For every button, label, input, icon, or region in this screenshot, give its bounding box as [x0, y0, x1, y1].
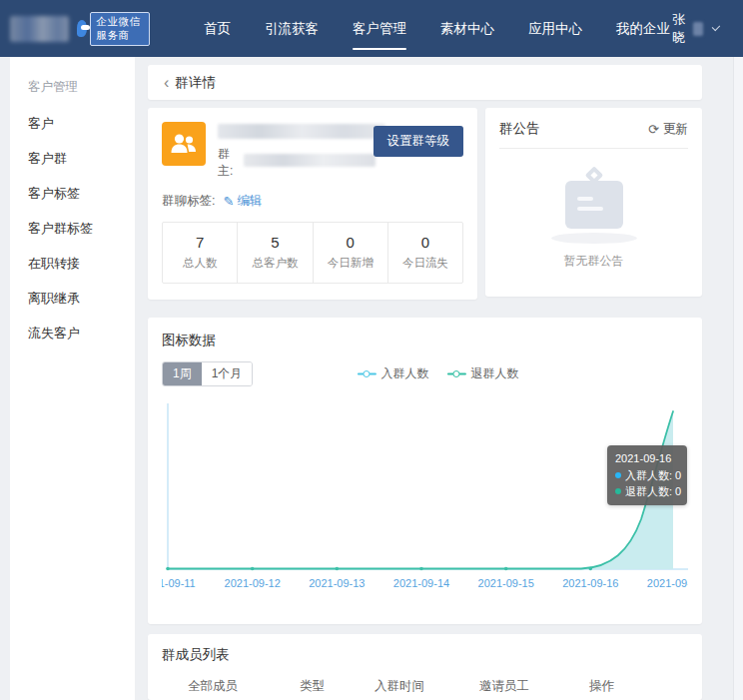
nav-item-material-center[interactable]: 素材中心 — [438, 14, 496, 44]
tooltip-leave-dot-icon — [615, 488, 621, 494]
nav-menu: 首页 引流获客 客户管理 素材中心 应用中心 我的企业 — [202, 14, 672, 44]
user-name: 张晓 — [672, 11, 690, 47]
column-type: 类型 — [300, 678, 374, 695]
announcement-empty-icon — [565, 173, 623, 231]
stat-lost-today: 0 今日流失 — [387, 223, 462, 283]
chart-tooltip: 2021-09-16 入群人数: 0 退群人数: 0 — [607, 445, 687, 505]
sidebar-item-customer-tags[interactable]: 客户标签 — [28, 176, 117, 211]
sidebar-item-group-tags[interactable]: 客户群标签 — [28, 211, 117, 246]
x-tick-3: 2021-09-14 — [393, 577, 449, 589]
members-list-title: 群成员列表 — [162, 646, 688, 664]
x-tick-5: 2021-09-16 — [562, 577, 618, 589]
group-people-icon — [170, 132, 198, 156]
top-nav: 企业微信服务商 首页 引流获客 客户管理 素材中心 应用中心 我的企业 张晓 — [0, 0, 743, 57]
announcement-empty-text: 暂无群公告 — [564, 253, 624, 270]
chart-title: 图标数据 — [162, 332, 688, 350]
column-join-time: 入群时间 — [374, 678, 479, 695]
service-badge[interactable]: 企业微信服务商 — [77, 12, 150, 46]
announcement-title: 群公告 — [499, 120, 540, 138]
x-tick-6: 2021-09-17 — [647, 577, 688, 589]
refresh-button[interactable]: ⟳ 更新 — [648, 121, 688, 138]
range-toggle: 1周 1个月 — [162, 361, 253, 386]
stat-total-members: 7 总人数 — [163, 223, 237, 283]
refresh-icon: ⟳ — [648, 122, 659, 137]
sidebar-item-customer-groups[interactable]: 客户群 — [28, 141, 117, 176]
edit-pencil-icon: ✎ — [223, 194, 234, 209]
sidebar-item-customers[interactable]: 客户 — [28, 106, 117, 141]
x-tick-1: 2021-09-12 — [225, 577, 281, 589]
back-button[interactable]: ‹ 群详情 — [164, 74, 216, 92]
page-title: 群详情 — [175, 74, 216, 92]
column-all-members: 全部成员 — [162, 678, 300, 695]
nav-item-my-company[interactable]: 我的企业 — [614, 14, 672, 44]
range-tab-week[interactable]: 1周 — [163, 362, 202, 385]
set-group-level-button[interactable]: 设置群等级 — [373, 126, 464, 157]
tooltip-join-value: 入群人数: 0 — [625, 467, 681, 484]
announcement-empty-state: 暂无群公告 — [499, 173, 688, 270]
edit-tags-link[interactable]: ✎ 编辑 — [223, 193, 262, 210]
breadcrumb: ‹ 群详情 — [148, 65, 702, 100]
nav-item-home[interactable]: 首页 — [202, 14, 233, 44]
sidebar-item-resign-inherit[interactable]: 离职继承 — [28, 281, 117, 316]
group-stats: 7 总人数 5 总客户数 0 今日新增 0 今日流失 — [162, 222, 463, 284]
empty-icon-shadow — [551, 233, 637, 244]
user-menu[interactable]: 张晓 — [672, 11, 717, 47]
stat-new-today: 0 今日新增 — [313, 223, 387, 283]
legend-marker-join-icon — [357, 372, 375, 374]
legend-marker-leave-icon — [446, 372, 465, 374]
group-owner-label: 群主: — [218, 146, 244, 181]
sidebar-item-onjob-transfer[interactable]: 在职转接 — [28, 246, 117, 281]
range-tab-month[interactable]: 1个月 — [202, 362, 253, 385]
user-name-redacted — [693, 22, 702, 36]
company-logo — [10, 16, 69, 42]
x-tick-2: 2021-09-13 — [309, 577, 365, 589]
chart-plot-area[interactable]: 2021-09-11 2021-09-12 2021-09-13 2021-09… — [162, 401, 688, 601]
column-actions: 操作 — [589, 678, 688, 695]
tooltip-date: 2021-09-16 — [615, 450, 679, 467]
chart-card: 图标数据 1周 1个月 入群人数 退群人数 — [148, 318, 702, 624]
group-name-redacted — [218, 124, 385, 139]
sidebar-item-lost-customers[interactable]: 流失客户 — [28, 316, 117, 350]
tooltip-join-dot-icon — [615, 472, 621, 478]
group-owner-name-redacted — [244, 154, 375, 167]
members-table-header: 全部成员 类型 入群时间 邀请员工 操作 — [162, 678, 688, 700]
sidebar-section-customer-mgmt[interactable]: 客户管理 — [28, 79, 117, 96]
edit-link-label: 编辑 — [237, 193, 262, 210]
x-tick-0: 2021-09-11 — [162, 577, 196, 589]
chevron-down-icon — [711, 23, 720, 32]
group-avatar — [162, 122, 206, 166]
scrollbar-track[interactable] — [733, 57, 743, 700]
legend-item-leave[interactable]: 退群人数 — [446, 365, 518, 382]
members-card: 群成员列表 全部成员 类型 入群时间 邀请员工 操作 — [148, 634, 702, 700]
refresh-label: 更新 — [663, 121, 688, 138]
stat-total-customers: 5 总客户数 — [237, 223, 312, 283]
nav-item-app-center[interactable]: 应用中心 — [526, 14, 584, 44]
tooltip-leave-value: 退群人数: 0 — [625, 483, 681, 500]
announcement-card: 群公告 ⟳ 更新 暂无群公告 — [485, 108, 702, 297]
x-tick-4: 2021-09-15 — [478, 577, 534, 589]
nav-item-customer-mgmt[interactable]: 客户管理 — [351, 14, 408, 44]
chart-legend: 入群人数 退群人数 — [357, 365, 518, 382]
legend-item-join[interactable]: 入群人数 — [357, 365, 428, 382]
column-inviter: 邀请员工 — [479, 678, 589, 695]
service-badge-label: 企业微信服务商 — [90, 12, 150, 46]
nav-item-acquisition[interactable]: 引流获客 — [263, 14, 321, 44]
sidebar: 客户管理 客户 客户群 客户标签 客户群标签 在职转接 离职继承 流失客户 — [10, 57, 135, 700]
group-info-card: 群主: 设置群等级 群聊标签: ✎ 编辑 7 总人数 5 总客户数 0 — [148, 108, 477, 300]
group-tag-label: 群聊标签: — [162, 193, 215, 210]
wechat-bubble-icon — [77, 20, 88, 37]
main-content: ‹ 群详情 群主: 设置群等级 — [148, 65, 702, 700]
back-chevron-icon: ‹ — [164, 75, 169, 91]
